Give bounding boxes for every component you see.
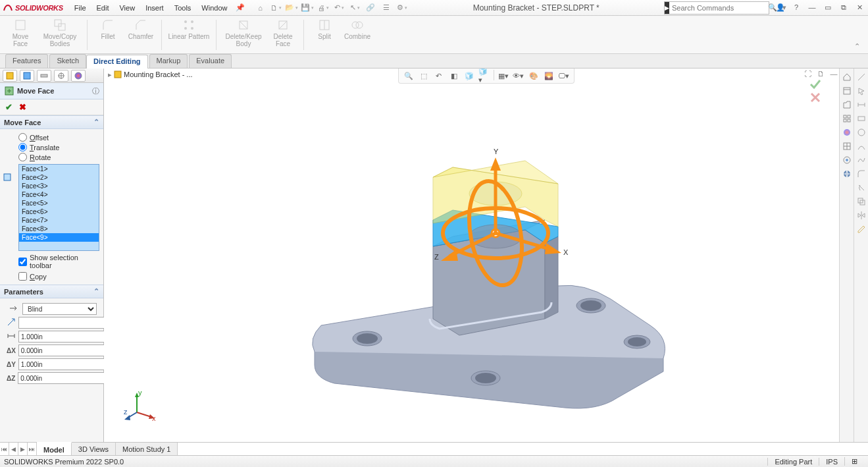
rb-combine[interactable]: Combine	[341, 17, 374, 40]
expand-icon[interactable]: ▸	[108, 70, 112, 79]
edit-appearance-icon[interactable]: 🎨	[528, 70, 540, 82]
dz-input[interactable]	[18, 372, 107, 384]
list-item[interactable]: Face<5>	[19, 199, 99, 207]
re-rect-icon[interactable]	[855, 113, 867, 124]
tab-markup[interactable]: Markup	[149, 54, 188, 68]
radio-offset[interactable]: Offset	[18, 133, 99, 142]
face-selection-list[interactable]: Face<1> Face<2> Face<3> Face<4> Face<5> …	[18, 164, 99, 251]
menu-view[interactable]: View	[115, 3, 140, 13]
hide-show-icon[interactable]: 👁▾	[513, 70, 524, 82]
dynamic-annotation-icon[interactable]: 🧊	[463, 70, 475, 82]
minimize-icon[interactable]: —	[806, 3, 818, 12]
re-select-icon[interactable]	[855, 85, 867, 97]
menu-file[interactable]: File	[70, 3, 91, 13]
btab-last-icon[interactable]: ⏭	[28, 443, 37, 455]
direction-ref-icon[interactable]	[7, 317, 16, 327]
re-arc-icon[interactable]	[855, 140, 867, 152]
tp-globe-icon[interactable]	[841, 168, 853, 180]
tab-direct-editing[interactable]: Direct Editing	[86, 55, 148, 69]
viewport-min-icon[interactable]: —	[829, 70, 839, 80]
pm-section-move-face[interactable]: Move Face ⌃	[0, 115, 103, 129]
open-doc-icon[interactable]: 📂	[286, 2, 297, 14]
btab-next-icon[interactable]: ▶	[18, 443, 28, 455]
close-icon[interactable]: ✕	[854, 3, 865, 12]
help-icon[interactable]: ?	[790, 3, 802, 12]
display-style-icon[interactable]: ▦▾	[498, 70, 509, 82]
re-offset-icon[interactable]	[855, 196, 867, 207]
tp-design-library-icon[interactable]	[841, 85, 853, 97]
pm-section-parameters[interactable]: Parameters ⌃	[0, 285, 103, 298]
undo-icon[interactable]: ↶	[333, 2, 345, 14]
zoom-fit-icon[interactable]: 🔍	[403, 70, 415, 82]
view-settings-icon[interactable]: 🖵▾	[558, 70, 570, 82]
btab-model[interactable]: Model	[37, 442, 72, 455]
search-input[interactable]	[669, 4, 765, 12]
radio-rotate[interactable]: Rotate	[18, 153, 99, 161]
list-item[interactable]: Face<8>	[19, 225, 99, 233]
distance-input[interactable]	[18, 331, 107, 343]
maximize-icon[interactable]: ⧉	[838, 3, 850, 12]
settings-gear-icon[interactable]: ⚙	[396, 2, 408, 14]
re-fillet-icon[interactable]	[855, 168, 867, 180]
list-item[interactable]: Face<4>	[19, 190, 99, 199]
list-item[interactable]: Face<6>	[19, 207, 99, 216]
tp-appearances-icon[interactable]	[841, 126, 853, 138]
rb-linear-pattern[interactable]: Linear Pattern	[166, 17, 212, 40]
search-run-icon[interactable]: ▶	[665, 2, 669, 14]
pin-menu-icon[interactable]: 📌	[236, 3, 245, 12]
restore-icon[interactable]: ▭	[822, 3, 834, 12]
rb-delete-keep-body[interactable]: Delete/KeepBody	[220, 17, 267, 47]
rb-move-copy-bodies[interactable]: Move/CopyBodies	[37, 17, 83, 47]
pm-tab-display-mgr[interactable]	[71, 70, 86, 82]
ribbon-collapse-icon[interactable]: ⌃	[850, 41, 864, 52]
pm-cancel-icon[interactable]: ✖	[19, 102, 26, 112]
list-item[interactable]: Face<1>	[19, 165, 99, 173]
direction-ref-input[interactable]	[18, 317, 107, 329]
tp-custom-props-icon[interactable]	[841, 140, 853, 152]
btab-motion-study[interactable]: Motion Study 1	[116, 443, 178, 455]
options-list-icon[interactable]: ☰	[380, 2, 392, 14]
btab-prev-icon[interactable]: ◀	[9, 443, 18, 455]
tab-evaluate[interactable]: Evaluate	[189, 54, 232, 68]
rb-fillet[interactable]: Fillet	[91, 17, 124, 40]
re-trim-icon[interactable]	[855, 182, 867, 194]
menu-insert[interactable]: Insert	[141, 3, 168, 13]
radio-translate[interactable]: Translate	[18, 143, 99, 151]
rb-chamfer[interactable]: Chamfer	[124, 17, 157, 40]
user-icon[interactable]: 👤	[775, 3, 786, 12]
print-icon[interactable]: 🖨	[317, 2, 329, 14]
menu-window[interactable]: Window	[197, 3, 232, 13]
menu-edit[interactable]: Edit	[92, 3, 114, 13]
list-item[interactable]: Face<7>	[19, 216, 99, 225]
status-custom-icon[interactable]: ⊞	[844, 457, 864, 466]
menu-tools[interactable]: Tools	[170, 3, 196, 13]
pm-help-icon[interactable]: ⓘ	[92, 86, 99, 96]
new-doc-icon[interactable]: 🗋	[270, 2, 282, 14]
reverse-direction-icon[interactable]	[9, 304, 18, 313]
pm-ok-icon[interactable]: ✔	[5, 102, 13, 112]
confirmation-corner-ok-icon[interactable]	[809, 78, 822, 91]
tab-features[interactable]: Features	[5, 54, 48, 68]
btab-first-icon[interactable]: ⏮	[0, 443, 9, 455]
view-orientation-icon[interactable]: 🧊▾	[478, 70, 490, 82]
zoom-area-icon[interactable]: ⬚	[418, 70, 430, 82]
re-mirror-icon[interactable]	[855, 209, 867, 221]
pm-tab-feature-tree[interactable]	[3, 70, 17, 82]
graphics-area[interactable]: ▸ Mounting Bracket - ... 🔍 ⬚ ↶ ◧ 🧊 🧊▾ ▦▾…	[104, 69, 868, 442]
confirmation-corner-cancel-icon[interactable]	[809, 91, 822, 104]
previous-view-icon[interactable]: ↶	[433, 70, 445, 82]
re-spline-icon[interactable]	[855, 154, 867, 166]
orientation-triad[interactable]: y x z	[124, 389, 157, 422]
pm-tab-dimxpert[interactable]	[54, 70, 68, 82]
pm-tab-config-mgr[interactable]	[37, 70, 51, 82]
tp-home-icon[interactable]	[841, 71, 853, 83]
status-units[interactable]: IPS	[819, 458, 844, 466]
end-condition-select[interactable]: Blind	[22, 303, 97, 315]
rb-split[interactable]: Split	[308, 17, 341, 40]
pm-tab-property-mgr[interactable]	[20, 70, 34, 82]
home-icon[interactable]: ⌂	[254, 2, 266, 14]
re-line-icon[interactable]	[855, 71, 867, 83]
checkbox-show-selection-toolbar[interactable]: Show selection toolbar	[18, 254, 99, 269]
tp-forum-icon[interactable]	[841, 154, 853, 166]
tp-view-palette-icon[interactable]	[841, 113, 853, 124]
